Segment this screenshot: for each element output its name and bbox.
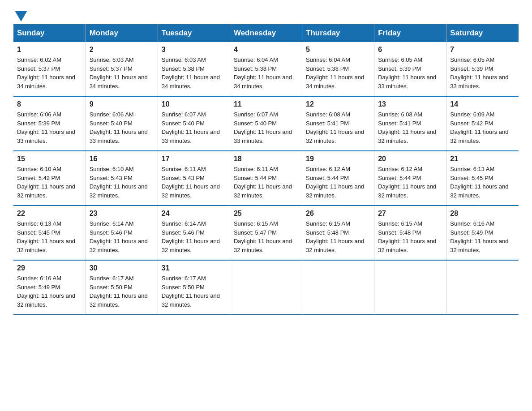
day-info: Sunrise: 6:15 AM Sunset: 5:47 PM Dayligh…	[234, 219, 298, 254]
weekday-header-tuesday: Tuesday	[158, 24, 230, 42]
day-info: Sunrise: 6:12 AM Sunset: 5:44 PM Dayligh…	[378, 165, 442, 200]
daylight-label: Daylight: 11 hours and 33 minutes.	[17, 128, 75, 144]
calendar-header-row: SundayMondayTuesdayWednesdayThursdayFrid…	[13, 24, 519, 42]
sunrise-label: Sunrise: 6:12 AM	[378, 166, 422, 172]
day-info: Sunrise: 6:04 AM Sunset: 5:38 PM Dayligh…	[306, 56, 370, 90]
sunset-label: Sunset: 5:39 PM	[17, 120, 60, 127]
calendar-cell: 11 Sunrise: 6:07 AM Sunset: 5:40 PM Dayl…	[230, 96, 302, 151]
daylight-label: Daylight: 11 hours and 32 minutes.	[90, 292, 148, 308]
daylight-label: Daylight: 11 hours and 33 minutes.	[90, 128, 148, 144]
day-info: Sunrise: 6:17 AM Sunset: 5:50 PM Dayligh…	[162, 274, 226, 309]
day-number: 2	[90, 46, 154, 54]
sunrise-label: Sunrise: 6:15 AM	[234, 220, 278, 227]
calendar-cell: 28 Sunrise: 6:16 AM Sunset: 5:49 PM Dayl…	[446, 206, 519, 260]
sunset-label: Sunset: 5:48 PM	[378, 229, 421, 236]
calendar-cell: 29 Sunrise: 6:16 AM Sunset: 5:49 PM Dayl…	[13, 260, 86, 315]
day-number: 16	[90, 155, 154, 163]
sunrise-label: Sunrise: 6:11 AM	[234, 166, 278, 172]
day-info: Sunrise: 6:08 AM Sunset: 5:41 PM Dayligh…	[306, 110, 370, 145]
day-number: 15	[17, 155, 82, 163]
daylight-label: Daylight: 11 hours and 32 minutes.	[378, 183, 436, 199]
day-info: Sunrise: 6:12 AM Sunset: 5:44 PM Dayligh…	[306, 165, 370, 200]
sunrise-label: Sunrise: 6:13 AM	[450, 166, 494, 172]
calendar-cell	[302, 260, 374, 315]
sunset-label: Sunset: 5:43 PM	[90, 175, 133, 181]
daylight-label: Daylight: 11 hours and 32 minutes.	[234, 238, 292, 253]
calendar-week-row: 22 Sunrise: 6:13 AM Sunset: 5:45 PM Dayl…	[13, 206, 519, 260]
daylight-label: Daylight: 11 hours and 34 minutes.	[234, 74, 292, 90]
day-number: 11	[234, 100, 298, 108]
calendar-cell: 20 Sunrise: 6:12 AM Sunset: 5:44 PM Dayl…	[374, 151, 446, 206]
day-info: Sunrise: 6:16 AM Sunset: 5:49 PM Dayligh…	[450, 219, 515, 254]
sunrise-label: Sunrise: 6:17 AM	[90, 275, 134, 282]
day-number: 1	[17, 46, 82, 54]
day-number: 29	[17, 264, 82, 272]
day-info: Sunrise: 6:06 AM Sunset: 5:39 PM Dayligh…	[17, 110, 82, 145]
daylight-label: Daylight: 11 hours and 34 minutes.	[17, 74, 75, 90]
sunset-label: Sunset: 5:45 PM	[17, 229, 60, 236]
day-number: 19	[306, 155, 370, 163]
sunrise-label: Sunrise: 6:17 AM	[162, 275, 206, 282]
sunset-label: Sunset: 5:40 PM	[234, 120, 277, 127]
day-number: 4	[234, 46, 298, 54]
day-info: Sunrise: 6:14 AM Sunset: 5:46 PM Dayligh…	[90, 219, 154, 254]
day-number: 25	[234, 210, 298, 218]
day-number: 30	[90, 264, 154, 272]
calendar-cell: 3 Sunrise: 6:03 AM Sunset: 5:38 PM Dayli…	[158, 42, 230, 96]
daylight-label: Daylight: 11 hours and 34 minutes.	[162, 74, 220, 90]
daylight-label: Daylight: 11 hours and 32 minutes.	[162, 183, 220, 199]
sunrise-label: Sunrise: 6:15 AM	[378, 220, 422, 227]
sunrise-label: Sunrise: 6:16 AM	[450, 220, 494, 227]
day-info: Sunrise: 6:13 AM Sunset: 5:45 PM Dayligh…	[17, 219, 82, 254]
daylight-label: Daylight: 11 hours and 32 minutes.	[378, 238, 436, 253]
day-info: Sunrise: 6:03 AM Sunset: 5:38 PM Dayligh…	[162, 56, 226, 90]
sunrise-label: Sunrise: 6:15 AM	[306, 220, 350, 227]
daylight-label: Daylight: 11 hours and 32 minutes.	[234, 183, 292, 199]
day-info: Sunrise: 6:03 AM Sunset: 5:37 PM Dayligh…	[90, 56, 154, 90]
day-info: Sunrise: 6:02 AM Sunset: 5:37 PM Dayligh…	[17, 56, 82, 90]
calendar-cell: 24 Sunrise: 6:14 AM Sunset: 5:46 PM Dayl…	[158, 206, 230, 260]
sunset-label: Sunset: 5:38 PM	[306, 65, 349, 72]
sunrise-label: Sunrise: 6:08 AM	[378, 111, 422, 118]
sunset-label: Sunset: 5:41 PM	[306, 120, 349, 127]
day-info: Sunrise: 6:08 AM Sunset: 5:41 PM Dayligh…	[378, 110, 442, 145]
sunset-label: Sunset: 5:41 PM	[378, 120, 421, 127]
day-info: Sunrise: 6:13 AM Sunset: 5:45 PM Dayligh…	[450, 165, 515, 200]
calendar-cell	[446, 260, 519, 315]
sunset-label: Sunset: 5:40 PM	[90, 120, 133, 127]
calendar-cell: 16 Sunrise: 6:10 AM Sunset: 5:43 PM Dayl…	[86, 151, 158, 206]
calendar-cell: 9 Sunrise: 6:06 AM Sunset: 5:40 PM Dayli…	[86, 96, 158, 151]
sunrise-label: Sunrise: 6:09 AM	[450, 111, 494, 118]
day-number: 24	[162, 210, 226, 218]
calendar-cell: 18 Sunrise: 6:11 AM Sunset: 5:44 PM Dayl…	[230, 151, 302, 206]
day-info: Sunrise: 6:10 AM Sunset: 5:43 PM Dayligh…	[90, 165, 154, 200]
day-info: Sunrise: 6:17 AM Sunset: 5:50 PM Dayligh…	[90, 274, 154, 309]
sunset-label: Sunset: 5:38 PM	[162, 65, 205, 72]
sunrise-label: Sunrise: 6:05 AM	[450, 56, 494, 63]
sunset-label: Sunset: 5:44 PM	[234, 175, 277, 181]
calendar-cell: 14 Sunrise: 6:09 AM Sunset: 5:42 PM Dayl…	[446, 96, 519, 151]
calendar-cell: 26 Sunrise: 6:15 AM Sunset: 5:48 PM Dayl…	[302, 206, 374, 260]
day-number: 18	[234, 155, 298, 163]
day-number: 28	[450, 210, 515, 218]
day-info: Sunrise: 6:05 AM Sunset: 5:39 PM Dayligh…	[450, 56, 515, 90]
day-number: 12	[306, 100, 370, 108]
daylight-label: Daylight: 11 hours and 33 minutes.	[234, 128, 292, 144]
day-info: Sunrise: 6:04 AM Sunset: 5:38 PM Dayligh…	[234, 56, 298, 90]
daylight-label: Daylight: 11 hours and 32 minutes.	[306, 128, 364, 144]
day-number: 17	[162, 155, 226, 163]
calendar-week-row: 15 Sunrise: 6:10 AM Sunset: 5:42 PM Dayl…	[13, 151, 519, 206]
weekday-header-wednesday: Wednesday	[230, 24, 302, 42]
sunset-label: Sunset: 5:44 PM	[306, 175, 349, 181]
sunset-label: Sunset: 5:38 PM	[234, 65, 277, 72]
daylight-label: Daylight: 11 hours and 33 minutes.	[378, 74, 436, 90]
calendar-week-row: 8 Sunrise: 6:06 AM Sunset: 5:39 PM Dayli…	[13, 96, 519, 151]
sunset-label: Sunset: 5:42 PM	[17, 175, 60, 181]
sunset-label: Sunset: 5:49 PM	[17, 284, 60, 291]
day-number: 22	[17, 210, 82, 218]
sunset-label: Sunset: 5:50 PM	[90, 284, 133, 291]
sunrise-label: Sunrise: 6:03 AM	[90, 56, 134, 63]
day-number: 7	[450, 46, 515, 54]
day-info: Sunrise: 6:15 AM Sunset: 5:48 PM Dayligh…	[306, 219, 370, 254]
day-info: Sunrise: 6:16 AM Sunset: 5:49 PM Dayligh…	[17, 274, 82, 309]
